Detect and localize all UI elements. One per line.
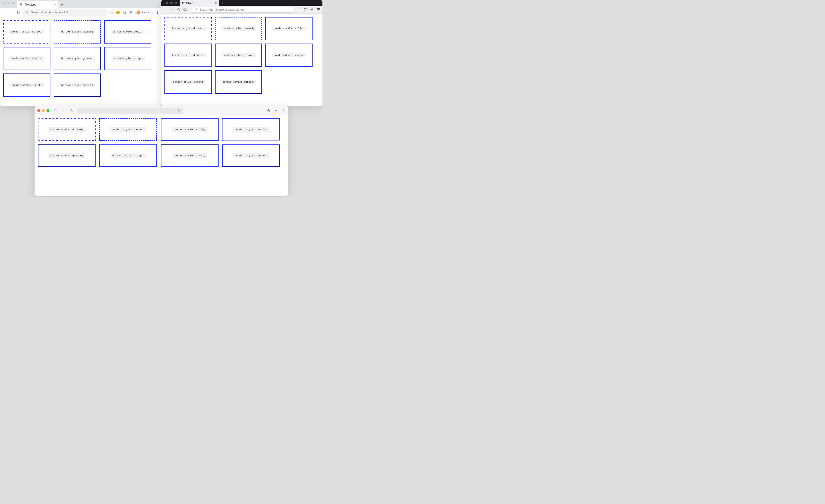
address-bar[interactable] xyxy=(77,107,183,114)
avatar-icon xyxy=(136,10,141,14)
traffic-light-close[interactable] xyxy=(37,109,40,112)
border-style-label: border-style: inset; xyxy=(10,83,44,87)
account-icon[interactable] xyxy=(310,8,314,12)
new-tab-button[interactable]: + xyxy=(219,0,225,6)
border-demo-dashed: border-style: dashed; xyxy=(215,17,262,40)
border-demo-inset: border-style: inset; xyxy=(161,144,219,167)
shield-icon[interactable] xyxy=(71,108,75,113)
reading-list-icon[interactable] xyxy=(129,10,133,14)
firefox-tabstrip: Prototype × + xyxy=(161,0,322,6)
tab-title: Prototype xyxy=(182,2,193,4)
border-style-label: border-style: dashed; xyxy=(60,30,95,34)
border-style-label: border-style: solid; xyxy=(111,30,144,34)
border-demo-ridge: border-style: ridge; xyxy=(99,144,157,167)
window-controls xyxy=(2,0,17,8)
back-button[interactable] xyxy=(163,7,168,12)
menu-button[interactable] xyxy=(316,8,321,12)
new-tab-button[interactable]: + xyxy=(59,1,65,8)
profile-chip[interactable]: Paused xyxy=(135,10,153,15)
border-demo-dotted: border-style: dotted; xyxy=(38,119,95,141)
tabs-icon[interactable] xyxy=(281,109,285,113)
menu-button[interactable] xyxy=(155,11,159,14)
traffic-light-close[interactable] xyxy=(3,2,6,4)
reload-button[interactable] xyxy=(176,7,181,12)
safari-window: border-style: dotted;border-style: dashe… xyxy=(34,106,288,196)
border-style-label: border-style: dotted; xyxy=(9,30,45,34)
forward-button[interactable] xyxy=(9,10,14,15)
sidebar-icon[interactable] xyxy=(304,8,308,12)
browser-tab[interactable]: Prototype × xyxy=(17,1,59,8)
border-demo-grid: border-style: dotted;border-style: dashe… xyxy=(38,119,285,167)
share-icon[interactable] xyxy=(266,109,271,113)
svg-point-2 xyxy=(195,8,197,10)
back-button[interactable] xyxy=(2,10,7,15)
border-demo-dashed: border-style: dashed; xyxy=(99,119,157,141)
border-demo-groove: border-style: groove; xyxy=(38,144,95,167)
chrome-toolbar-right: JS Paused xyxy=(110,10,159,15)
border-style-label: border-style: double; xyxy=(170,53,206,57)
traffic-light-minimize[interactable] xyxy=(170,2,173,4)
border-style-label: border-style: dashed; xyxy=(221,26,256,30)
address-bar[interactable]: Search with Google or enter address xyxy=(192,7,293,13)
border-demo-solid: border-style: solid; xyxy=(265,17,312,40)
window-controls xyxy=(163,0,180,6)
firefox-toolbar-right xyxy=(297,8,321,12)
border-style-label: border-style: ridge; xyxy=(110,153,146,158)
border-demo-solid: border-style: solid; xyxy=(161,119,219,141)
border-style-label: border-style: dotted; xyxy=(48,127,85,132)
forward-button[interactable] xyxy=(169,7,174,12)
border-style-label: border-style: double; xyxy=(9,57,45,61)
address-bar[interactable]: Search Google or type a URL xyxy=(22,9,108,16)
chrome-toolbar: Search Google or type a URL JS Paused xyxy=(0,8,161,17)
traffic-light-minimize[interactable] xyxy=(42,109,45,112)
home-button[interactable] xyxy=(182,7,188,12)
border-style-label: border-style: groove; xyxy=(60,57,95,61)
extension-js-icon[interactable]: JS xyxy=(116,11,120,14)
firefox-toolbar: Search with Google or enter address xyxy=(161,6,322,14)
svg-point-4 xyxy=(311,8,312,10)
close-icon[interactable]: × xyxy=(54,3,56,6)
traffic-light-zoom[interactable] xyxy=(12,2,15,4)
new-tab-icon[interactable] xyxy=(274,109,278,113)
border-style-label: border-style: inset; xyxy=(171,80,205,84)
border-demo-outset: border-style: outset; xyxy=(215,70,262,94)
firefox-viewport: border-style: dotted;border-style: dashe… xyxy=(161,14,322,106)
address-bar-placeholder: Search Google or type a URL xyxy=(31,11,70,14)
border-demo-double: border-style: double; xyxy=(164,44,212,67)
border-style-label: border-style: solid; xyxy=(172,127,207,132)
traffic-light-minimize[interactable] xyxy=(7,2,10,4)
border-style-label: border-style: outset; xyxy=(233,153,270,158)
border-style-label: border-style: outset; xyxy=(221,80,256,84)
info-icon[interactable] xyxy=(110,10,114,14)
border-style-label: border-style: ridge; xyxy=(272,53,306,57)
safari-toolbar-right xyxy=(266,109,285,113)
border-demo-double: border-style: double; xyxy=(222,119,280,141)
chrome-tabstrip: Prototype × + xyxy=(0,0,161,8)
library-icon[interactable] xyxy=(297,8,301,12)
chrome-window: Prototype × + Search Google or type a UR… xyxy=(0,0,161,106)
border-demo-ridge: border-style: ridge; xyxy=(265,44,312,67)
close-icon[interactable]: × xyxy=(215,1,217,5)
globe-icon xyxy=(19,3,22,6)
reload-button[interactable] xyxy=(16,10,21,15)
tab-title: Prototype xyxy=(24,3,36,6)
border-style-label: border-style: solid; xyxy=(272,26,306,30)
border-style-label: border-style: outset; xyxy=(60,83,95,87)
border-style-label: border-style: dotted; xyxy=(170,26,206,30)
border-demo-grid: border-style: dotted;border-style: dashe… xyxy=(3,20,158,97)
reload-icon[interactable] xyxy=(178,108,181,113)
border-demo-dotted: border-style: dotted; xyxy=(3,20,51,44)
traffic-light-zoom[interactable] xyxy=(174,2,177,4)
border-demo-dotted: border-style: dotted; xyxy=(164,17,212,40)
back-button[interactable] xyxy=(60,108,65,113)
border-style-label: border-style: groove; xyxy=(221,53,256,57)
extensions-icon[interactable] xyxy=(122,10,127,14)
browser-tab[interactable]: Prototype × xyxy=(180,0,219,6)
traffic-light-zoom[interactable] xyxy=(47,109,49,112)
address-bar-placeholder: Search with Google or enter address xyxy=(200,8,245,11)
border-demo-groove: border-style: groove; xyxy=(215,44,262,67)
svg-rect-5 xyxy=(54,109,57,112)
sidebar-icon[interactable] xyxy=(53,108,58,113)
traffic-light-close[interactable] xyxy=(166,2,168,4)
svg-rect-7 xyxy=(282,110,284,112)
